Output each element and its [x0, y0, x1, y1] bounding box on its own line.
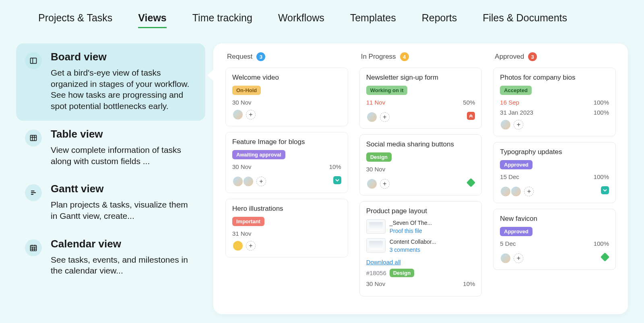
calendar-icon	[25, 239, 42, 256]
avatar	[366, 178, 378, 189]
task-title: New favicon	[500, 215, 609, 223]
svg-rect-2	[31, 135, 37, 140]
download-all-link[interactable]: Download all	[366, 259, 401, 265]
column-count-badge: 3	[528, 52, 537, 61]
sidebar-item-desc: See tasks, events, and milestones in the…	[51, 254, 196, 276]
task-card[interactable]: Photos for company biosAccepted16 Sep100…	[493, 68, 616, 136]
tab-projects-tasks[interactable]: Projects & Tasks	[38, 12, 112, 27]
sidebar-item-desc: View complete information of tasks along…	[51, 144, 196, 167]
avatar	[500, 186, 511, 197]
task-title: Social media sharing buttons	[366, 140, 475, 148]
add-assignee-button[interactable]: +	[246, 110, 256, 119]
task-card[interactable]: New faviconApproved5 Dec100%+	[493, 209, 616, 270]
sidebar-item-title: Table view	[51, 128, 196, 140]
column-header: Approved3	[493, 52, 616, 61]
attachment-name: Content Collabor...	[390, 238, 436, 246]
task-progress: 50%	[463, 99, 475, 106]
status-badge: Accepted	[500, 86, 532, 95]
svg-rect-9	[31, 245, 37, 251]
gantt-icon	[25, 184, 42, 201]
avatar	[500, 119, 511, 130]
status-badge: Approved	[500, 227, 533, 236]
avatar	[232, 109, 244, 120]
task-title: Typography updates	[500, 148, 609, 156]
add-assignee-button[interactable]: +	[380, 112, 390, 122]
task-card[interactable]: Welcome videoOn-Hold30 Nov+	[225, 68, 348, 126]
add-assignee-button[interactable]: +	[514, 120, 523, 130]
avatar	[500, 253, 511, 264]
add-assignee-button[interactable]: +	[380, 179, 390, 189]
priority-medium-icon	[467, 179, 475, 187]
task-progress: 100%	[594, 173, 609, 180]
task-date-secondary: 31 Jan 2023	[500, 109, 533, 116]
task-card[interactable]: Product page layout_Seven Of The...Proof…	[359, 201, 482, 296]
status-badge: Design	[390, 269, 414, 277]
priority-high-icon	[467, 112, 475, 120]
task-card[interactable]: Newsletter sign-up formWorking on it11 N…	[359, 68, 482, 129]
status-badge: Design	[366, 152, 392, 162]
avatar	[232, 176, 244, 187]
column-header: Request3	[225, 52, 348, 61]
board-icon	[25, 52, 42, 69]
tab-templates[interactable]: Templates	[350, 12, 396, 27]
table-icon	[25, 130, 42, 146]
tab-reports[interactable]: Reports	[422, 12, 457, 27]
status-badge: Awaiting approval	[232, 150, 285, 159]
sidebar-item-title: Gantt view	[51, 183, 196, 195]
board-column-approved: Approved3Photos for company biosAccepted…	[493, 52, 616, 302]
column-name: Request	[227, 53, 252, 61]
tab-views[interactable]: Views	[138, 12, 166, 28]
task-date: 30 Nov	[366, 166, 386, 173]
sidebar-item-desc: Get a bird's-eye view of tasks organized…	[51, 67, 196, 112]
column-header: In Progress4	[359, 52, 482, 61]
task-title: Feature Image for blogs	[232, 138, 341, 146]
sidebar-item-desc: Plan projects & tasks, visualize them in…	[51, 199, 196, 221]
priority-low-icon	[601, 186, 609, 194]
sidebar-item-gantt-view[interactable]: Gantt viewPlan projects & tasks, visuali…	[16, 175, 205, 230]
add-assignee-button[interactable]: +	[246, 241, 256, 251]
column-name: In Progress	[361, 53, 396, 61]
attachment-link[interactable]: Proof this file	[390, 227, 432, 235]
task-card[interactable]: Hero illustrationsImportant31 Nov+	[225, 199, 348, 257]
sidebar-item-calendar-view[interactable]: Calendar viewSee tasks, events, and mile…	[16, 230, 205, 285]
task-date: 30 Nov	[366, 280, 386, 287]
sidebar-item-title: Board view	[51, 51, 196, 63]
tab-workflows[interactable]: Workflows	[278, 12, 324, 27]
sidebar-item-title: Calendar view	[51, 238, 196, 250]
avatar	[510, 186, 522, 197]
board-view-panel: Request3Welcome videoOn-Hold30 Nov+Featu…	[213, 43, 628, 314]
task-title: Hero illustrations	[232, 205, 341, 213]
task-date: 16 Sep	[500, 99, 519, 106]
column-count-badge: 3	[256, 52, 265, 61]
tab-time-tracking[interactable]: Time tracking	[192, 12, 252, 27]
task-progress: 100%	[594, 99, 609, 106]
task-card[interactable]: Social media sharing buttonsDesign30 Nov…	[359, 134, 482, 195]
task-progress: 100%	[594, 109, 609, 116]
task-progress: 10%	[463, 280, 475, 287]
add-assignee-button[interactable]: +	[256, 177, 266, 186]
task-date: 15 Dec	[500, 173, 519, 180]
attachment-thumbnail[interactable]	[366, 219, 386, 234]
task-date: 31 Nov	[232, 230, 252, 237]
attachment: _Seven Of The...Proof this file	[366, 219, 475, 235]
task-progress: 100%	[594, 240, 609, 247]
attachment-thumbnail[interactable]	[366, 238, 386, 253]
task-progress: 10%	[329, 163, 341, 170]
task-card[interactable]: Feature Image for blogsAwaiting approval…	[225, 132, 348, 193]
column-name: Approved	[495, 53, 524, 61]
attachment-link[interactable]: 3 comments	[390, 246, 436, 254]
column-count-badge: 4	[400, 52, 409, 61]
task-date: 5 Dec	[500, 240, 516, 247]
avatar	[243, 176, 254, 187]
top-tabs: Projects & TasksViewsTime trackingWorkfl…	[0, 0, 644, 35]
sidebar-item-table-view[interactable]: Table viewView complete information of t…	[16, 121, 205, 175]
status-badge: On-Hold	[232, 86, 261, 95]
task-title: Newsletter sign-up form	[366, 74, 475, 82]
add-assignee-button[interactable]: +	[514, 253, 523, 263]
status-badge: Working on it	[366, 86, 408, 95]
tab-files-documents[interactable]: Files & Documents	[483, 12, 567, 27]
task-card[interactable]: Typography updatesApproved15 Dec100%+	[493, 142, 616, 203]
sidebar-item-board-view[interactable]: Board viewGet a bird's-eye view of tasks…	[16, 43, 205, 121]
attachment: Content Collabor...3 comments	[366, 238, 475, 254]
add-assignee-button[interactable]: +	[524, 187, 534, 196]
